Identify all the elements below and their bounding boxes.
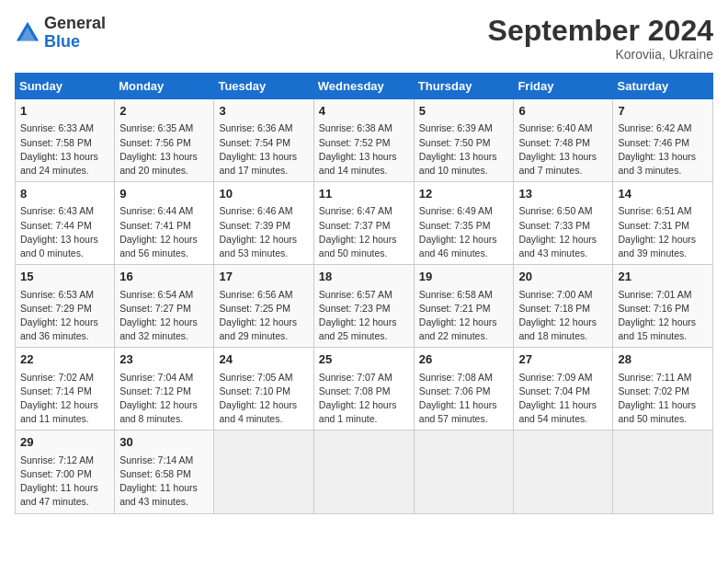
calendar-table: SundayMondayTuesdayWednesdayThursdayFrid…: [15, 73, 713, 513]
day-number: 27: [518, 351, 608, 368]
day-number: 23: [119, 351, 209, 368]
day-info: Sunrise: 6:33 AM Sunset: 7:58 PM Dayligh…: [20, 121, 109, 178]
day-number: 28: [618, 351, 708, 368]
title-block: September 2024 Koroviia, Ukraine: [488, 15, 713, 62]
calendar-day-cell: 1Sunrise: 6:33 AM Sunset: 7:58 PM Daylig…: [16, 99, 115, 182]
page-header: General Blue September 2024 Koroviia, Uk…: [15, 15, 713, 62]
day-number: 13: [518, 186, 608, 202]
weekday-header-cell: Saturday: [613, 74, 713, 99]
calendar-day-cell: 12Sunrise: 6:49 AM Sunset: 7:35 PM Dayli…: [414, 182, 514, 265]
day-info: Sunrise: 6:54 AM Sunset: 7:27 PM Dayligh…: [119, 288, 209, 344]
day-info: Sunrise: 7:07 AM Sunset: 7:08 PM Dayligh…: [319, 371, 409, 427]
day-info: Sunrise: 7:09 AM Sunset: 7:04 PM Dayligh…: [518, 371, 608, 427]
day-info: Sunrise: 6:44 AM Sunset: 7:41 PM Dayligh…: [119, 204, 209, 260]
day-number: 21: [618, 269, 708, 285]
calendar-day-cell: 14Sunrise: 6:51 AM Sunset: 7:31 PM Dayli…: [613, 182, 713, 265]
day-number: 7: [618, 103, 708, 120]
day-info: Sunrise: 7:01 AM Sunset: 7:16 PM Dayligh…: [618, 288, 708, 344]
calendar-day-cell: 29Sunrise: 7:12 AM Sunset: 7:00 PM Dayli…: [16, 431, 115, 513]
day-info: Sunrise: 6:40 AM Sunset: 7:48 PM Dayligh…: [518, 121, 608, 178]
calendar-day-cell: 16Sunrise: 6:54 AM Sunset: 7:27 PM Dayli…: [115, 265, 214, 348]
day-number: 9: [119, 186, 209, 202]
location-subtitle: Koroviia, Ukraine: [488, 47, 713, 62]
calendar-day-cell: 22Sunrise: 7:02 AM Sunset: 7:14 PM Dayli…: [16, 348, 115, 431]
day-info: Sunrise: 6:47 AM Sunset: 7:37 PM Dayligh…: [319, 204, 409, 260]
day-info: Sunrise: 7:08 AM Sunset: 7:06 PM Dayligh…: [419, 371, 509, 427]
calendar-day-cell: [313, 431, 414, 513]
calendar-day-cell: 25Sunrise: 7:07 AM Sunset: 7:08 PM Dayli…: [313, 348, 414, 431]
day-number: 16: [119, 269, 209, 285]
calendar-day-cell: [414, 431, 514, 513]
day-info: Sunrise: 7:02 AM Sunset: 7:14 PM Dayligh…: [20, 371, 109, 427]
calendar-day-cell: 3Sunrise: 6:36 AM Sunset: 7:54 PM Daylig…: [214, 99, 313, 182]
calendar-day-cell: 20Sunrise: 7:00 AM Sunset: 7:18 PM Dayli…: [514, 265, 613, 348]
weekday-header-cell: Friday: [514, 74, 613, 99]
day-number: 5: [419, 103, 509, 120]
calendar-day-cell: 17Sunrise: 6:56 AM Sunset: 7:25 PM Dayli…: [214, 265, 313, 348]
day-info: Sunrise: 6:50 AM Sunset: 7:33 PM Dayligh…: [518, 204, 608, 260]
calendar-day-cell: 30Sunrise: 7:14 AM Sunset: 6:58 PM Dayli…: [115, 431, 214, 513]
day-number: 3: [219, 103, 308, 120]
calendar-week-row: 8Sunrise: 6:43 AM Sunset: 7:44 PM Daylig…: [16, 182, 713, 265]
calendar-week-row: 22Sunrise: 7:02 AM Sunset: 7:14 PM Dayli…: [16, 348, 713, 431]
calendar-day-cell: 15Sunrise: 6:53 AM Sunset: 7:29 PM Dayli…: [16, 265, 115, 348]
day-info: Sunrise: 6:39 AM Sunset: 7:50 PM Dayligh…: [419, 121, 509, 178]
calendar-week-row: 29Sunrise: 7:12 AM Sunset: 7:00 PM Dayli…: [16, 431, 713, 513]
day-number: 15: [20, 269, 109, 285]
weekday-header-cell: Thursday: [414, 74, 514, 99]
calendar-day-cell: 19Sunrise: 6:58 AM Sunset: 7:21 PM Dayli…: [414, 265, 514, 348]
day-info: Sunrise: 6:36 AM Sunset: 7:54 PM Dayligh…: [219, 121, 308, 178]
calendar-body: 1Sunrise: 6:33 AM Sunset: 7:58 PM Daylig…: [16, 99, 713, 513]
day-number: 12: [419, 186, 509, 202]
calendar-day-cell: 27Sunrise: 7:09 AM Sunset: 7:04 PM Dayli…: [514, 348, 613, 431]
weekday-header-cell: Tuesday: [214, 74, 313, 99]
calendar-day-cell: 23Sunrise: 7:04 AM Sunset: 7:12 PM Dayli…: [115, 348, 214, 431]
weekday-header-cell: Sunday: [16, 74, 115, 99]
day-number: 4: [319, 103, 409, 120]
day-info: Sunrise: 6:42 AM Sunset: 7:46 PM Dayligh…: [618, 121, 708, 178]
day-number: 22: [20, 351, 109, 368]
calendar-day-cell: [613, 431, 713, 513]
calendar-day-cell: [214, 431, 313, 513]
day-number: 20: [518, 269, 608, 285]
day-info: Sunrise: 7:14 AM Sunset: 6:58 PM Dayligh…: [119, 454, 209, 510]
calendar-day-cell: 9Sunrise: 6:44 AM Sunset: 7:41 PM Daylig…: [115, 182, 214, 265]
day-info: Sunrise: 7:05 AM Sunset: 7:10 PM Dayligh…: [219, 371, 308, 427]
calendar-day-cell: 26Sunrise: 7:08 AM Sunset: 7:06 PM Dayli…: [414, 348, 514, 431]
calendar-day-cell: 7Sunrise: 6:42 AM Sunset: 7:46 PM Daylig…: [613, 99, 713, 182]
calendar-day-cell: 11Sunrise: 6:47 AM Sunset: 7:37 PM Dayli…: [313, 182, 414, 265]
day-number: 14: [618, 186, 708, 202]
day-number: 1: [20, 103, 109, 120]
day-number: 2: [119, 103, 209, 120]
day-info: Sunrise: 6:51 AM Sunset: 7:31 PM Dayligh…: [618, 204, 708, 260]
calendar-day-cell: 8Sunrise: 6:43 AM Sunset: 7:44 PM Daylig…: [16, 182, 115, 265]
day-number: 17: [219, 269, 308, 285]
day-number: 11: [319, 186, 409, 202]
day-number: 18: [319, 269, 409, 285]
calendar-day-cell: 18Sunrise: 6:57 AM Sunset: 7:23 PM Dayli…: [313, 265, 414, 348]
day-number: 29: [20, 434, 109, 451]
logo-text: General Blue: [44, 15, 106, 52]
weekday-header-cell: Monday: [115, 74, 214, 99]
day-number: 30: [119, 434, 209, 451]
calendar-day-cell: [514, 431, 613, 513]
day-info: Sunrise: 7:12 AM Sunset: 7:00 PM Dayligh…: [20, 454, 109, 510]
calendar-day-cell: 4Sunrise: 6:38 AM Sunset: 7:52 PM Daylig…: [313, 99, 414, 182]
day-number: 19: [419, 269, 509, 285]
day-number: 26: [419, 351, 509, 368]
day-info: Sunrise: 6:58 AM Sunset: 7:21 PM Dayligh…: [419, 288, 509, 344]
day-info: Sunrise: 7:04 AM Sunset: 7:12 PM Dayligh…: [119, 371, 209, 427]
logo: General Blue: [15, 15, 106, 52]
calendar-day-cell: 6Sunrise: 6:40 AM Sunset: 7:48 PM Daylig…: [514, 99, 613, 182]
day-number: 24: [219, 351, 308, 368]
day-info: Sunrise: 6:49 AM Sunset: 7:35 PM Dayligh…: [419, 204, 509, 260]
day-info: Sunrise: 7:11 AM Sunset: 7:02 PM Dayligh…: [618, 371, 708, 427]
day-number: 8: [20, 186, 109, 202]
day-info: Sunrise: 6:57 AM Sunset: 7:23 PM Dayligh…: [319, 288, 409, 344]
day-info: Sunrise: 6:53 AM Sunset: 7:29 PM Dayligh…: [20, 288, 109, 344]
day-number: 6: [518, 103, 608, 120]
day-info: Sunrise: 6:35 AM Sunset: 7:56 PM Dayligh…: [119, 121, 209, 178]
calendar-day-cell: 13Sunrise: 6:50 AM Sunset: 7:33 PM Dayli…: [514, 182, 613, 265]
logo-icon: [15, 20, 40, 46]
weekday-header-cell: Wednesday: [313, 74, 414, 99]
